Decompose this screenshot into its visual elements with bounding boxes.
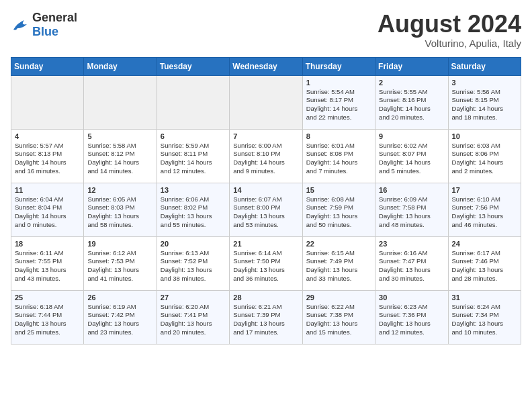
calendar-cell: 29Sunrise: 6:22 AM Sunset: 7:38 PM Dayli… <box>302 290 375 344</box>
calendar-table: SundayMondayTuesdayWednesdayThursdayFrid… <box>11 57 521 345</box>
calendar-week-5: 25Sunrise: 6:18 AM Sunset: 7:44 PM Dayli… <box>11 290 521 344</box>
day-info: Sunrise: 6:19 AM Sunset: 7:42 PM Dayligh… <box>87 303 152 337</box>
calendar-cell: 15Sunrise: 6:08 AM Sunset: 7:59 PM Dayli… <box>302 183 375 236</box>
logo-icon <box>11 17 30 32</box>
calendar-cell: 2Sunrise: 5:55 AM Sunset: 8:16 PM Daylig… <box>375 75 448 129</box>
day-number: 1 <box>306 79 371 87</box>
title-area: August 2024 Volturino, Apulia, Italy <box>378 11 521 49</box>
header-cell-tuesday: Tuesday <box>157 57 229 75</box>
day-info: Sunrise: 5:58 AM Sunset: 8:12 PM Dayligh… <box>87 142 152 176</box>
logo-blue: Blue <box>32 25 58 38</box>
day-info: Sunrise: 6:17 AM Sunset: 7:46 PM Dayligh… <box>452 249 517 283</box>
day-number: 7 <box>233 132 298 140</box>
day-info: Sunrise: 6:07 AM Sunset: 8:00 PM Dayligh… <box>233 195 298 230</box>
day-info: Sunrise: 6:01 AM Sunset: 8:08 PM Dayligh… <box>306 142 371 176</box>
header-row: SundayMondayTuesdayWednesdayThursdayFrid… <box>11 57 521 75</box>
calendar-cell: 6Sunrise: 5:59 AM Sunset: 8:11 PM Daylig… <box>157 129 229 183</box>
day-number: 13 <box>161 186 226 194</box>
day-number: 19 <box>87 240 152 248</box>
day-number: 16 <box>379 186 444 194</box>
calendar-week-4: 18Sunrise: 6:11 AM Sunset: 7:55 PM Dayli… <box>11 236 521 290</box>
day-info: Sunrise: 5:59 AM Sunset: 8:11 PM Dayligh… <box>161 142 226 176</box>
calendar-cell: 11Sunrise: 6:04 AM Sunset: 8:04 PM Dayli… <box>11 183 84 236</box>
calendar-week-2: 4Sunrise: 5:57 AM Sunset: 8:13 PM Daylig… <box>11 129 521 183</box>
day-info: Sunrise: 6:11 AM Sunset: 7:55 PM Dayligh… <box>15 249 80 283</box>
day-info: Sunrise: 6:00 AM Sunset: 8:10 PM Dayligh… <box>233 142 298 176</box>
day-info: Sunrise: 6:10 AM Sunset: 7:56 PM Dayligh… <box>452 195 517 230</box>
header-cell-monday: Monday <box>84 57 157 75</box>
day-number: 10 <box>452 132 517 140</box>
calendar-cell: 22Sunrise: 6:15 AM Sunset: 7:49 PM Dayli… <box>302 236 375 290</box>
day-info: Sunrise: 6:08 AM Sunset: 7:59 PM Dayligh… <box>306 195 371 230</box>
logo-text: General Blue <box>32 11 77 39</box>
day-info: Sunrise: 5:56 AM Sunset: 8:15 PM Dayligh… <box>452 88 517 122</box>
logo: General Blue <box>11 11 77 39</box>
day-info: Sunrise: 6:04 AM Sunset: 8:04 PM Dayligh… <box>15 195 80 230</box>
header-cell-wednesday: Wednesday <box>230 57 302 75</box>
calendar-cell: 24Sunrise: 6:17 AM Sunset: 7:46 PM Dayli… <box>448 236 521 290</box>
day-info: Sunrise: 6:05 AM Sunset: 8:03 PM Dayligh… <box>87 195 152 230</box>
day-info: Sunrise: 6:09 AM Sunset: 7:58 PM Dayligh… <box>379 195 444 230</box>
day-info: Sunrise: 6:20 AM Sunset: 7:41 PM Dayligh… <box>161 303 226 337</box>
day-info: Sunrise: 6:24 AM Sunset: 7:34 PM Dayligh… <box>452 303 517 337</box>
day-number: 27 <box>161 293 226 302</box>
calendar-cell: 23Sunrise: 6:16 AM Sunset: 7:47 PM Dayli… <box>375 236 448 290</box>
day-number: 22 <box>306 240 371 248</box>
day-info: Sunrise: 5:55 AM Sunset: 8:16 PM Dayligh… <box>379 88 444 122</box>
calendar-cell: 28Sunrise: 6:21 AM Sunset: 7:39 PM Dayli… <box>230 290 302 344</box>
calendar-cell: 4Sunrise: 5:57 AM Sunset: 8:13 PM Daylig… <box>11 129 84 183</box>
day-number: 23 <box>379 240 444 248</box>
day-number: 3 <box>452 79 517 87</box>
calendar-cell: 31Sunrise: 6:24 AM Sunset: 7:34 PM Dayli… <box>448 290 521 344</box>
day-number: 14 <box>233 186 298 194</box>
day-info: Sunrise: 6:02 AM Sunset: 8:07 PM Dayligh… <box>379 142 444 176</box>
calendar-cell: 10Sunrise: 6:03 AM Sunset: 8:06 PM Dayli… <box>448 129 521 183</box>
day-info: Sunrise: 6:06 AM Sunset: 8:02 PM Dayligh… <box>161 195 226 230</box>
calendar-header: SundayMondayTuesdayWednesdayThursdayFrid… <box>11 57 521 75</box>
calendar-cell <box>157 75 229 129</box>
day-info: Sunrise: 6:21 AM Sunset: 7:39 PM Dayligh… <box>233 303 298 337</box>
location-subtitle: Volturino, Apulia, Italy <box>378 38 521 49</box>
calendar-cell: 5Sunrise: 5:58 AM Sunset: 8:12 PM Daylig… <box>84 129 157 183</box>
day-number: 2 <box>379 79 444 87</box>
calendar-cell <box>84 75 157 129</box>
calendar-cell <box>11 75 84 129</box>
day-number: 18 <box>15 240 80 248</box>
calendar-cell: 20Sunrise: 6:13 AM Sunset: 7:52 PM Dayli… <box>157 236 229 290</box>
day-info: Sunrise: 6:03 AM Sunset: 8:06 PM Dayligh… <box>452 142 517 176</box>
day-number: 5 <box>87 132 152 140</box>
day-number: 20 <box>161 240 226 248</box>
calendar-cell: 17Sunrise: 6:10 AM Sunset: 7:56 PM Dayli… <box>448 183 521 236</box>
calendar-cell: 1Sunrise: 5:54 AM Sunset: 8:17 PM Daylig… <box>302 75 375 129</box>
day-number: 6 <box>161 132 226 140</box>
header-cell-friday: Friday <box>375 57 448 75</box>
day-number: 11 <box>15 186 80 194</box>
calendar-cell: 27Sunrise: 6:20 AM Sunset: 7:41 PM Dayli… <box>157 290 229 344</box>
calendar-cell: 30Sunrise: 6:23 AM Sunset: 7:36 PM Dayli… <box>375 290 448 344</box>
calendar-cell: 7Sunrise: 6:00 AM Sunset: 8:10 PM Daylig… <box>230 129 302 183</box>
day-number: 12 <box>87 186 152 194</box>
day-number: 21 <box>233 240 298 248</box>
calendar-cell: 16Sunrise: 6:09 AM Sunset: 7:58 PM Dayli… <box>375 183 448 236</box>
day-info: Sunrise: 6:18 AM Sunset: 7:44 PM Dayligh… <box>15 303 80 337</box>
calendar-cell: 18Sunrise: 6:11 AM Sunset: 7:55 PM Dayli… <box>11 236 84 290</box>
day-info: Sunrise: 5:57 AM Sunset: 8:13 PM Dayligh… <box>15 142 80 176</box>
calendar-cell: 14Sunrise: 6:07 AM Sunset: 8:00 PM Dayli… <box>230 183 302 236</box>
calendar-cell: 12Sunrise: 6:05 AM Sunset: 8:03 PM Dayli… <box>84 183 157 236</box>
calendar-cell <box>230 75 302 129</box>
day-number: 25 <box>15 293 80 302</box>
header-cell-sunday: Sunday <box>11 57 84 75</box>
day-number: 4 <box>15 132 80 140</box>
calendar-cell: 21Sunrise: 6:14 AM Sunset: 7:50 PM Dayli… <box>230 236 302 290</box>
header-cell-thursday: Thursday <box>302 57 375 75</box>
day-info: Sunrise: 6:15 AM Sunset: 7:49 PM Dayligh… <box>306 249 371 283</box>
day-info: Sunrise: 6:22 AM Sunset: 7:38 PM Dayligh… <box>306 303 371 337</box>
day-number: 15 <box>306 186 371 194</box>
day-info: Sunrise: 6:16 AM Sunset: 7:47 PM Dayligh… <box>379 249 444 283</box>
calendar-cell: 3Sunrise: 5:56 AM Sunset: 8:15 PM Daylig… <box>448 75 521 129</box>
day-info: Sunrise: 6:14 AM Sunset: 7:50 PM Dayligh… <box>233 249 298 283</box>
calendar-cell: 19Sunrise: 6:12 AM Sunset: 7:53 PM Dayli… <box>84 236 157 290</box>
logo-general: General <box>32 11 77 24</box>
calendar-week-3: 11Sunrise: 6:04 AM Sunset: 8:04 PM Dayli… <box>11 183 521 236</box>
day-number: 31 <box>452 293 517 302</box>
